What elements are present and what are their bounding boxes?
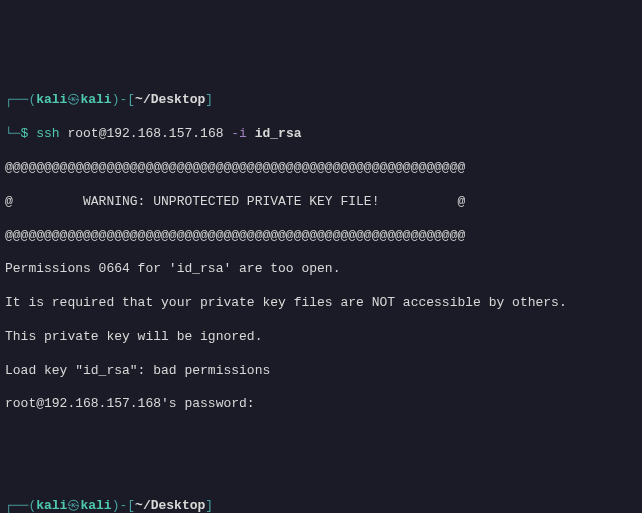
command-flag-arg: id_rsa <box>255 126 302 141</box>
warning-border-top: @@@@@@@@@@@@@@@@@@@@@@@@@@@@@@@@@@@@@@@@… <box>5 160 637 177</box>
prompt-line-1-cmd: └─$ ssh root@192.168.157.168 -i id_rsa <box>5 126 637 143</box>
lbracket: [ <box>127 92 135 107</box>
cwd: ~/Desktop <box>135 92 205 107</box>
warning-text: @ WARNING: UNPROTECTED PRIVATE KEY FILE!… <box>5 194 637 211</box>
corner-bottom-icon: └─ <box>5 126 21 141</box>
blank-line <box>5 464 637 481</box>
command-flag: -i <box>231 126 247 141</box>
at-icon: ㉿ <box>67 92 80 107</box>
prompt-line-1-top: ┌──(kali㉿kali)-[~/Desktop] <box>5 92 637 109</box>
output-line: root@192.168.157.168's password: <box>5 396 637 413</box>
rbracket: ] <box>205 92 213 107</box>
command-arg: root@192.168.157.168 <box>67 126 223 141</box>
warning-border-bottom: @@@@@@@@@@@@@@@@@@@@@@@@@@@@@@@@@@@@@@@@… <box>5 228 637 245</box>
blank-line <box>5 430 637 447</box>
hostname: kali <box>80 92 111 107</box>
command: ssh <box>36 126 59 141</box>
prompt-symbol: $ <box>21 126 29 141</box>
output-line: Load key "id_rsa": bad permissions <box>5 363 637 380</box>
terminal[interactable]: ┌──(kali㉿kali)-[~/Desktop] └─$ ssh root@… <box>5 76 637 513</box>
output-line: This private key will be ignored. <box>5 329 637 346</box>
output-line: Permissions 0664 for 'id_rsa' are too op… <box>5 261 637 278</box>
prompt-line-2-top: ┌──(kali㉿kali)-[~/Desktop] <box>5 498 637 513</box>
output-line: It is required that your private key fil… <box>5 295 637 312</box>
corner-icon: ┌──( <box>5 92 36 107</box>
username: kali <box>36 92 67 107</box>
